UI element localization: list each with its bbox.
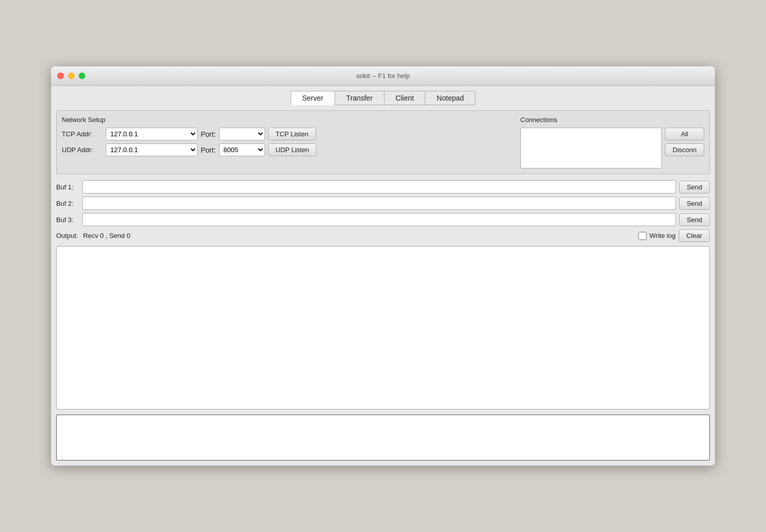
buf2-input[interactable] [82, 197, 676, 210]
network-setup: Network Setup TCP Addr: 127.0.0.1 Port: … [62, 116, 515, 168]
udp-listen-button[interactable]: UDP Listen [268, 143, 317, 156]
main-content: Server Transfer Client Notepad Network S… [51, 86, 715, 466]
window-controls [57, 72, 85, 79]
connections-buttons: All Disconn [665, 128, 704, 168]
buf1-label: Buf 1: [56, 183, 79, 191]
tcp-port-label: Port: [201, 130, 216, 138]
minimize-button[interactable] [68, 72, 75, 79]
connections-section: Connections All Disconn [520, 116, 704, 168]
buf2-row: Buf 2: Send [56, 197, 710, 210]
input-area[interactable] [56, 415, 710, 461]
buf3-row: Buf 3: Send [56, 213, 710, 226]
tab-server[interactable]: Server [291, 91, 335, 105]
output-stats: Recv 0 , Send 0 [83, 232, 633, 239]
top-section: Network Setup TCP Addr: 127.0.0.1 Port: … [56, 110, 710, 174]
disconn-button[interactable]: Disconn [665, 143, 704, 156]
all-button[interactable]: All [665, 128, 704, 140]
output-label: Output: [56, 232, 78, 239]
app-window: sokit -- F1 for help Server Transfer Cli… [51, 66, 715, 466]
tcp-addr-select[interactable]: 127.0.0.1 [106, 128, 198, 140]
buf3-input[interactable] [82, 213, 676, 226]
tab-notepad[interactable]: Notepad [425, 91, 475, 105]
buf3-send-button[interactable]: Send [679, 213, 710, 226]
connections-list[interactable] [520, 128, 662, 168]
buf1-send-button[interactable]: Send [679, 181, 710, 194]
close-button[interactable] [57, 72, 64, 79]
buf2-label: Buf 2: [56, 200, 79, 207]
buf3-label: Buf 3: [56, 216, 79, 224]
tcp-addr-label: TCP Addr: [62, 130, 103, 138]
maximize-button[interactable] [79, 72, 85, 79]
connections-area: All Disconn [520, 128, 704, 168]
tcp-port-select[interactable] [219, 128, 265, 140]
output-display[interactable] [56, 246, 710, 409]
title-bar: sokit -- F1 for help [51, 66, 715, 86]
tab-bar: Server Transfer Client Notepad [56, 91, 710, 105]
tab-client[interactable]: Client [385, 91, 426, 105]
udp-row: UDP Addr: 127.0.0.1 Port: 8005 UDP Liste… [62, 143, 515, 156]
write-log-checkbox[interactable] [638, 232, 647, 240]
buf2-send-button[interactable]: Send [679, 197, 710, 210]
udp-port-label: Port: [201, 146, 216, 154]
buf1-input[interactable] [82, 180, 676, 194]
udp-addr-label: UDP Addr: [62, 146, 103, 154]
buf1-row: Buf 1: Send [56, 180, 710, 194]
connections-label: Connections [520, 116, 704, 124]
tab-transfer[interactable]: Transfer [335, 91, 385, 105]
write-log-area: Write log Clear [638, 229, 710, 242]
udp-port-select[interactable]: 8005 [219, 143, 265, 156]
network-setup-label: Network Setup [62, 116, 515, 124]
write-log-label: Write log [650, 232, 676, 239]
clear-button[interactable]: Clear [679, 229, 710, 242]
tcp-listen-button[interactable]: TCP Listen [268, 128, 316, 140]
tcp-row: TCP Addr: 127.0.0.1 Port: TCP Listen [62, 128, 515, 140]
udp-addr-select[interactable]: 127.0.0.1 [106, 143, 198, 156]
window-title: sokit -- F1 for help [356, 72, 410, 80]
output-row: Output: Recv 0 , Send 0 Write log Clear [56, 229, 710, 242]
